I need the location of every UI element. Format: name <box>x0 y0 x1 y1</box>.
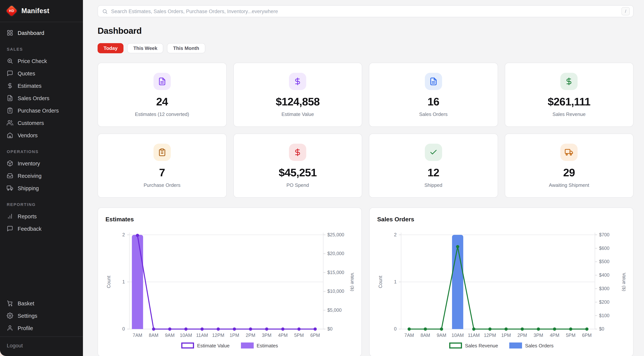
dollar-icon <box>289 73 306 90</box>
sidebar-item-feedback[interactable]: Feedback <box>0 222 83 235</box>
legend-item-sales-orders[interactable]: Sales Orders <box>509 343 554 349</box>
sidebar-item-label: Quotes <box>18 70 35 76</box>
svg-text:$0: $0 <box>599 326 604 332</box>
global-search: / <box>98 5 634 17</box>
svg-text:$300: $300 <box>599 286 609 291</box>
user-icon <box>7 325 13 331</box>
logout-button[interactable]: Logout <box>0 337 83 356</box>
chart-legend: Sales RevenueSales Orders <box>377 343 626 349</box>
box-icon <box>7 160 13 167</box>
stat-label: Estimate Value <box>282 111 314 117</box>
sidebar-item-label: Shipping <box>18 185 39 191</box>
sidebar-item-shipping[interactable]: Shipping <box>0 182 83 194</box>
legend-item-estimates[interactable]: Estimates <box>241 343 278 349</box>
sidebar-item-label: Purchase Orders <box>18 107 59 113</box>
zoom-in-icon <box>7 58 13 64</box>
sidebar-item-quotes[interactable]: Quotes <box>0 67 83 79</box>
search-shortcut-badge: / <box>622 7 630 15</box>
svg-text:$100: $100 <box>599 313 609 318</box>
sidebar-item-vendors[interactable]: Vendors <box>0 129 83 141</box>
stat-card-sales-orders: 16Sales Orders <box>369 63 498 127</box>
svg-text:6PM: 6PM <box>310 333 320 338</box>
svg-text:Count: Count <box>378 276 383 288</box>
sidebar-item-inventory[interactable]: Inventory <box>0 157 83 170</box>
svg-text:5PM: 5PM <box>566 333 576 338</box>
sidebar-item-label: Receiving <box>18 173 42 179</box>
inbox-icon <box>7 173 13 179</box>
check-icon <box>425 143 442 161</box>
stat-label: Shipped <box>424 182 442 188</box>
legend-item-estimate-value[interactable]: Estimate Value <box>181 343 230 349</box>
legend-label: Sales Revenue <box>465 343 498 348</box>
legend-swatch <box>181 343 194 349</box>
sidebar-item-dashboard[interactable]: Dashboard <box>0 27 83 39</box>
dollar-icon <box>7 82 13 89</box>
legend-swatch <box>241 343 254 349</box>
svg-text:5PM: 5PM <box>294 333 304 338</box>
sidebar-item-sales-orders[interactable]: Sales Orders <box>0 92 83 104</box>
cart-icon <box>7 300 13 307</box>
filter-today[interactable]: Today <box>98 43 124 53</box>
svg-text:7AM: 7AM <box>133 333 142 338</box>
svg-text:7AM: 7AM <box>404 333 414 338</box>
sidebar-item-price-check[interactable]: Price Check <box>0 55 83 67</box>
sidebar-item-receiving[interactable]: Receiving <box>0 170 83 182</box>
sidebar-item-label: Sales Orders <box>18 95 49 101</box>
truck-icon <box>7 185 13 191</box>
svg-text:11AM: 11AM <box>468 333 480 338</box>
dashboard-icon <box>7 30 13 36</box>
chart-title: Estimates <box>106 216 354 223</box>
sidebar-item-label: Vendors <box>18 132 38 138</box>
filter-this-month[interactable]: This Month <box>167 43 205 53</box>
chart-card-sales-orders: Sales Orders012$0$100$200$300$400$500$60… <box>369 207 634 356</box>
sidebar-item-customers[interactable]: Customers <box>0 117 83 129</box>
svg-text:$5,000: $5,000 <box>327 308 342 313</box>
stat-label: Sales Revenue <box>552 111 586 117</box>
svg-text:3PM: 3PM <box>534 333 543 338</box>
sidebar-item-label: Basket <box>18 300 34 306</box>
search-input[interactable] <box>111 8 618 14</box>
legend-label: Estimate Value <box>197 343 230 348</box>
stat-card-sales-revenue: $261,111Sales Revenue <box>504 63 634 127</box>
svg-text:1PM: 1PM <box>230 333 239 338</box>
svg-text:$500: $500 <box>599 259 609 264</box>
stat-value: 24 <box>156 95 168 108</box>
users-icon <box>7 120 13 126</box>
clipboard-icon <box>154 143 171 161</box>
main-content: / Dashboard TodayThis WeekThis Month 24E… <box>83 0 644 356</box>
sidebar-item-reports[interactable]: Reports <box>0 210 83 222</box>
chart-legend: Estimate ValueEstimates <box>106 343 354 349</box>
sidebar-item-label: Feedback <box>18 226 42 232</box>
legend-item-sales-revenue[interactable]: Sales Revenue <box>449 343 498 349</box>
sidebar-item-purchase-orders[interactable]: Purchase Orders <box>0 104 83 117</box>
svg-text:1: 1 <box>122 279 125 284</box>
stat-value: 29 <box>563 166 575 179</box>
app-logo[interactable]: HD Manifest <box>0 0 83 22</box>
sidebar-item-label: Settings <box>18 313 37 319</box>
stat-card-estimate-value: $124,858Estimate Value <box>233 63 362 127</box>
sidebar-item-profile[interactable]: Profile <box>0 322 83 334</box>
sidebar-item-basket[interactable]: Basket <box>0 297 83 310</box>
sidebar-section-reporting: REPORTING <box>0 194 83 210</box>
home-icon <box>7 132 13 138</box>
legend-swatch <box>509 343 522 349</box>
svg-text:2PM: 2PM <box>246 333 256 338</box>
sidebar-item-settings[interactable]: Settings <box>0 310 83 322</box>
stat-cards-grid: 24Estimates (12 converted)$124,858Estima… <box>98 63 634 198</box>
filter-this-week[interactable]: This Week <box>128 43 164 53</box>
chart-card-estimates: Estimates012$0$5,000$10,000$15,000$20,00… <box>98 207 362 356</box>
svg-text:9AM: 9AM <box>165 333 174 338</box>
app-name: Manifest <box>22 7 49 15</box>
dollar-icon <box>560 73 578 90</box>
svg-text:2: 2 <box>394 232 397 237</box>
stat-card-po-spend: $45,251PO Spend <box>233 134 362 198</box>
sidebar-item-estimates[interactable]: Estimates <box>0 79 83 92</box>
svg-text:Count: Count <box>106 276 111 288</box>
svg-text:6PM: 6PM <box>582 333 592 338</box>
svg-text:0: 0 <box>122 326 125 332</box>
sidebar-item-label: Reports <box>18 213 37 219</box>
file-text-icon <box>7 95 13 101</box>
chart-title: Sales Orders <box>377 216 626 223</box>
svg-text:2: 2 <box>122 232 125 237</box>
svg-text:3PM: 3PM <box>262 333 272 338</box>
